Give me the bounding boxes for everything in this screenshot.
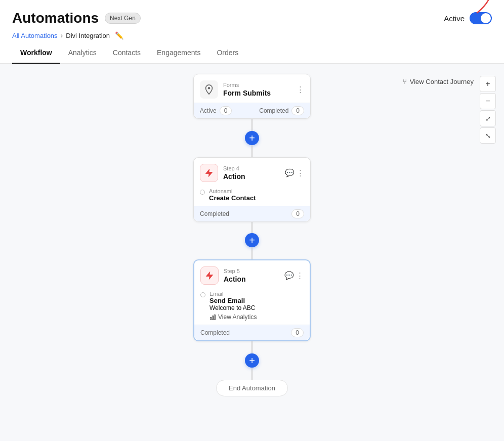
active-label: Active bbox=[444, 14, 465, 23]
step5-sub-label: Email bbox=[209, 291, 255, 297]
step4-card-actions: 💬 ⋮ bbox=[285, 168, 304, 177]
connector-2: + bbox=[245, 222, 259, 259]
trigger-completed-count: 0 bbox=[291, 106, 304, 115]
connector-line-2b bbox=[251, 229, 253, 233]
connector-line-2c bbox=[251, 247, 253, 259]
step4-card-label: Step 4 bbox=[223, 165, 280, 172]
step4-sub-info: Autonami Create Contact bbox=[209, 188, 256, 202]
trigger-active-count: 0 bbox=[220, 106, 232, 115]
step4-completed-label: Completed bbox=[200, 210, 229, 217]
tab-analytics[interactable]: Analytics bbox=[60, 42, 105, 64]
step5-sub-info: Email Send Email Welcome to ABC bbox=[209, 291, 255, 311]
header: Automations Next Gen Active bbox=[0, 0, 504, 39]
trigger-card-actions: ⋮ bbox=[297, 85, 304, 94]
breadcrumb: All Automations › Divi Integration ✏️ bbox=[12, 31, 492, 39]
connector-1: + bbox=[245, 119, 259, 157]
svg-rect-4 bbox=[214, 315, 215, 320]
svg-rect-3 bbox=[212, 316, 213, 320]
step5-card-info: Step 5 Action bbox=[224, 268, 279, 283]
workflow-canvas: Forms Form Submits ⋮ Active 0 Completed … bbox=[0, 64, 504, 441]
end-automation-button[interactable]: End Automation bbox=[216, 380, 288, 396]
tab-workflow[interactable]: Workflow bbox=[12, 42, 60, 64]
trigger-card: Forms Form Submits ⋮ Active 0 Completed … bbox=[193, 74, 311, 119]
step4-card-footer: Completed 0 bbox=[194, 206, 310, 221]
trigger-card-info: Forms Form Submits bbox=[223, 82, 291, 97]
breadcrumb-all-link[interactable]: All Automations bbox=[12, 32, 58, 39]
arrow-indicator bbox=[472, 0, 497, 20]
add-step-button-1[interactable]: + bbox=[245, 131, 259, 145]
trigger-card-label: Forms bbox=[223, 82, 291, 88]
trigger-card-icon bbox=[200, 80, 218, 99]
step5-sub-name: Send Email bbox=[209, 297, 255, 304]
step5-card-actions: 💬 ⋮ bbox=[284, 271, 304, 280]
step5-dot bbox=[200, 292, 205, 297]
step5-card-sub: Email Send Email Welcome to ABC bbox=[200, 291, 304, 311]
add-step-button-3[interactable]: + bbox=[245, 353, 259, 368]
trigger-card-name: Form Submits bbox=[223, 89, 291, 97]
trigger-active-item: Active 0 bbox=[200, 106, 232, 115]
connector-line-3a bbox=[251, 341, 253, 353]
trigger-completed-label: Completed bbox=[259, 107, 288, 114]
step4-sub-label: Autonami bbox=[209, 188, 256, 194]
header-right: Active bbox=[444, 12, 492, 24]
view-analytics-label: View Analytics bbox=[218, 313, 257, 321]
tab-engagements[interactable]: Engagements bbox=[149, 42, 208, 64]
step4-card-sub: Autonami Create Contact bbox=[200, 188, 304, 202]
nextgen-badge: Next Gen bbox=[105, 13, 141, 24]
trigger-card-more-icon[interactable]: ⋮ bbox=[297, 85, 304, 94]
step5-card: Step 5 Action 💬 ⋮ Email Send Email bbox=[193, 259, 311, 341]
edit-icon[interactable]: ✏️ bbox=[115, 31, 123, 39]
step5-completed-count: 0 bbox=[291, 328, 304, 337]
breadcrumb-current: Divi Integration bbox=[66, 32, 110, 39]
workflow-area: ⑂ View Contact Journey + − ⤢ ⤡ bbox=[0, 64, 504, 441]
tab-contacts[interactable]: Contacts bbox=[105, 42, 149, 64]
connector-line-2a bbox=[251, 222, 253, 229]
step4-comment-icon[interactable]: 💬 bbox=[285, 168, 295, 177]
connector-3: + bbox=[245, 341, 259, 380]
trigger-active-label: Active bbox=[200, 107, 217, 114]
step4-card-info: Step 4 Action bbox=[223, 165, 280, 180]
connector-line-3b bbox=[251, 368, 253, 380]
tabs-bar: Workflow Analytics Contacts Engagements … bbox=[0, 42, 504, 64]
connector-line-1a bbox=[251, 119, 253, 131]
view-analytics-button[interactable]: View Analytics bbox=[200, 313, 304, 321]
step5-card-body: Email Send Email Welcome to ABC View Ana… bbox=[194, 289, 310, 325]
trigger-completed-item: Completed 0 bbox=[259, 106, 304, 115]
breadcrumb-separator: › bbox=[61, 31, 63, 39]
step4-card-icon bbox=[200, 164, 218, 182]
step5-comment-icon[interactable]: 💬 bbox=[284, 271, 294, 280]
connector-line-1b bbox=[251, 145, 253, 157]
step4-sub-name: Create Contact bbox=[209, 194, 256, 202]
step4-completed-count: 0 bbox=[291, 209, 304, 218]
workflow-inner: Forms Form Submits ⋮ Active 0 Completed … bbox=[0, 64, 504, 396]
step4-dot bbox=[200, 190, 205, 195]
step5-card-icon bbox=[200, 266, 219, 285]
step4-card-name: Action bbox=[223, 172, 280, 181]
tab-orders[interactable]: Orders bbox=[208, 42, 246, 64]
step4-card-body: Autonami Create Contact bbox=[194, 186, 310, 206]
step5-card-label: Step 5 bbox=[224, 268, 279, 275]
page-title: Automations bbox=[12, 10, 99, 26]
add-step-button-2[interactable]: + bbox=[245, 233, 259, 247]
step4-more-icon[interactable]: ⋮ bbox=[297, 168, 304, 177]
step5-more-icon[interactable]: ⋮ bbox=[296, 271, 304, 280]
svg-rect-2 bbox=[211, 317, 212, 320]
svg-point-1 bbox=[208, 87, 211, 89]
step5-sub-name2: Welcome to ABC bbox=[209, 304, 255, 311]
step4-card: Step 4 Action 💬 ⋮ Autonami Create Contac… bbox=[193, 157, 311, 222]
trigger-card-footer: Active 0 Completed 0 bbox=[194, 103, 310, 118]
step5-card-footer: Completed 0 bbox=[194, 325, 310, 340]
step5-completed-label: Completed bbox=[200, 329, 230, 336]
step5-card-name: Action bbox=[224, 275, 279, 283]
